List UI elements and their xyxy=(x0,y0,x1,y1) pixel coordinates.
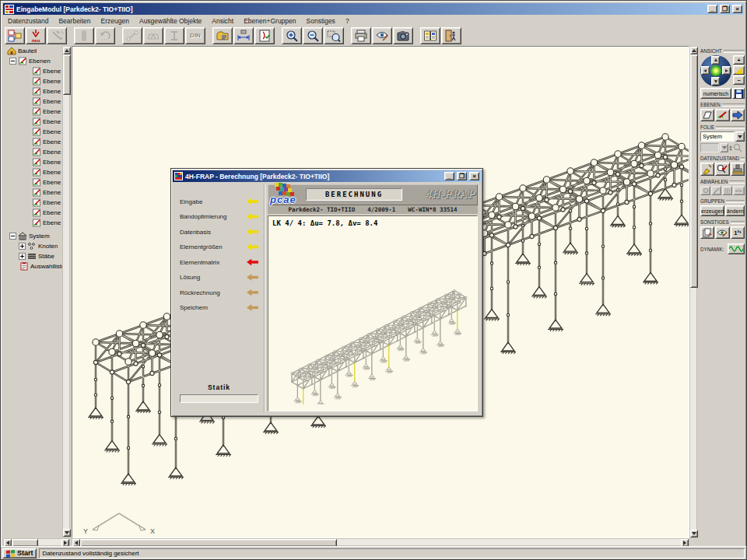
rotate-left-button[interactable] xyxy=(701,66,710,75)
rotate-up-button[interactable] xyxy=(711,56,720,65)
materials-book-button[interactable] xyxy=(254,27,275,44)
tree-item-ebene[interactable]: Ebene 6 xyxy=(3,117,62,127)
build-id: WC-WIN*8 33514 xyxy=(408,206,457,213)
minimize-button[interactable]: _ xyxy=(707,5,717,13)
rotate-down-button[interactable] xyxy=(711,77,720,86)
menu-item[interactable]: Datenzustand xyxy=(8,17,48,25)
dimension-button[interactable] xyxy=(233,27,254,44)
tree-label: Knoten xyxy=(38,243,58,250)
view-rotation-pad[interactable] xyxy=(700,55,731,86)
plane-edit-button[interactable] xyxy=(715,109,729,121)
tree-item-ebene[interactable]: Ebene 13 xyxy=(3,187,62,198)
tree-item-ebene[interactable]: Ebene 12 xyxy=(3,177,62,187)
zoom-in-button[interactable] xyxy=(282,27,302,44)
maximize-icon: ❐ xyxy=(459,173,465,180)
layer-edit-icon xyxy=(32,198,41,207)
close-button[interactable]: × xyxy=(732,5,742,13)
zoom-in-view-button[interactable]: + xyxy=(733,55,745,65)
menu-item[interactable]: Ebenen+Gruppen xyxy=(244,17,296,25)
folie-select[interactable]: System xyxy=(700,131,735,142)
tree-item-ebene[interactable]: Ebene 7 xyxy=(3,127,62,137)
tree-item-ebene[interactable]: Ebene 2 xyxy=(3,76,62,86)
dialog-close-button[interactable]: × xyxy=(469,172,479,180)
snapshot-button[interactable] xyxy=(393,27,413,44)
collapse-icon[interactable] xyxy=(9,233,16,240)
hierarchy-button[interactable] xyxy=(5,27,25,44)
calculation-step: Eingabe xyxy=(180,197,258,206)
zoom-window-button[interactable] xyxy=(324,27,344,44)
tree-item-ebene[interactable]: Ebene 4 xyxy=(3,96,62,107)
layer-edit-icon xyxy=(32,117,41,126)
plane-next-button[interactable] xyxy=(731,109,745,121)
dialog-maximize-button[interactable]: ❐ xyxy=(457,172,467,180)
group-change-button[interactable]: ändern xyxy=(725,205,745,216)
clean-button[interactable] xyxy=(700,163,714,176)
tree-item-knoten[interactable]: Knoten xyxy=(3,241,62,251)
dialog-minimize-button[interactable]: _ xyxy=(444,172,454,180)
visibility-button[interactable] xyxy=(715,226,729,239)
maximize-button[interactable]: ❐ xyxy=(720,5,730,13)
group-create-button[interactable]: erzeugen xyxy=(700,205,724,216)
folie-section-label: FOLIE xyxy=(700,124,745,130)
menu-item[interactable]: Bearbeiten xyxy=(58,17,90,25)
tree-item-ebene[interactable]: Ebene 8 xyxy=(3,137,62,147)
tree-item-ebene[interactable]: Ebene 9 xyxy=(3,147,62,157)
menu-item[interactable]: Sonstiges xyxy=(307,17,335,25)
step-label: Elementgrößen xyxy=(180,243,223,250)
menu-item[interactable]: Ansicht xyxy=(212,17,233,25)
menu-item[interactable]: ? xyxy=(345,17,349,25)
stamp-button[interactable] xyxy=(731,163,745,176)
canvas-horizontal-scrollbar[interactable] xyxy=(72,538,689,546)
tree-item-system[interactable]: System xyxy=(3,231,62,241)
menu-item[interactable]: Ausgewählte Objekte xyxy=(139,17,202,25)
scroll-thumb[interactable] xyxy=(63,54,71,95)
tree-item-ebenen[interactable]: Ebenen xyxy=(3,56,62,66)
start-button[interactable]: Start xyxy=(2,548,37,558)
expand-icon[interactable] xyxy=(19,243,26,250)
folie-dropdown-button[interactable] xyxy=(735,131,745,142)
tree-item-auswahlliste[interactable]: Auswahlliste xyxy=(3,261,62,271)
tree-horizontal-scrollbar[interactable] xyxy=(3,538,70,546)
tree-item-ebene[interactable]: Ebene 16 xyxy=(3,218,62,228)
tree-label: Ebene 16 xyxy=(43,219,62,226)
tree-item-bauteil[interactable]: Bauteil xyxy=(3,46,62,56)
zoom-out-view-button[interactable]: − xyxy=(733,75,745,85)
tree-item-ebene[interactable]: Ebene 10 xyxy=(3,157,62,167)
save-view-button[interactable] xyxy=(732,88,745,99)
rotate-right-button[interactable] xyxy=(722,66,731,75)
check-data-button[interactable] xyxy=(715,163,729,176)
zoom-out-button[interactable] xyxy=(303,27,323,44)
numbering-button[interactable]: 1²³ xyxy=(731,226,745,239)
dynamics-button[interactable] xyxy=(728,243,745,254)
ebenen-section-label: EBENEN xyxy=(700,102,745,107)
scroll-thumb[interactable] xyxy=(690,54,698,288)
tree-item-ebene[interactable]: Ebene 15 xyxy=(3,208,62,218)
step-arrow-icon xyxy=(247,259,258,266)
open-folder-button[interactable] xyxy=(212,27,233,44)
tree-item-ebene[interactable]: Ebene 11 xyxy=(3,167,62,177)
tree-item-staebe[interactable]: Stäbe xyxy=(3,251,62,261)
catalog-button[interactable] xyxy=(420,27,440,44)
abwahlen-section-label: ABWÄHLEN xyxy=(700,179,745,184)
berechnung-dialog[interactable]: 4H-FRAP - Berechnung [Parkdeck2- TIO+TII… xyxy=(170,168,483,417)
plane-select-button[interactable] xyxy=(700,109,714,121)
exit-button[interactable] xyxy=(441,27,461,44)
tree-item-ebene[interactable]: Ebene 3 xyxy=(3,86,62,96)
new-button[interactable]: neu xyxy=(26,27,46,44)
perspective-button[interactable] xyxy=(733,65,745,75)
tree-item-ebene[interactable]: Ebene 14 xyxy=(3,198,62,208)
print-button[interactable] xyxy=(351,27,371,44)
main-titlebar: EingabeModul [Parkdeck2- TIO+TIIO] _ ❐ × xyxy=(3,3,744,15)
project-name: Parkdeck2- TIO+TIIO xyxy=(288,206,355,213)
menu-item[interactable]: Erzeugen xyxy=(101,17,129,25)
tree-vertical-scrollbar[interactable] xyxy=(62,46,70,537)
view-options-button[interactable] xyxy=(372,27,392,44)
copy-button[interactable] xyxy=(700,226,714,239)
tree-item-ebene[interactable]: Ebene 1 xyxy=(3,66,62,76)
expand-icon[interactable] xyxy=(19,253,26,260)
tree-item-ebene[interactable]: Ebene 5 xyxy=(3,107,62,117)
dialog-header: pcae BERECHNUNG 4H-FRAP xyxy=(268,184,478,205)
collapse-icon[interactable] xyxy=(9,58,16,65)
canvas-vertical-scrollbar[interactable] xyxy=(689,46,697,538)
numeric-view-button[interactable]: numerisch xyxy=(700,88,731,99)
